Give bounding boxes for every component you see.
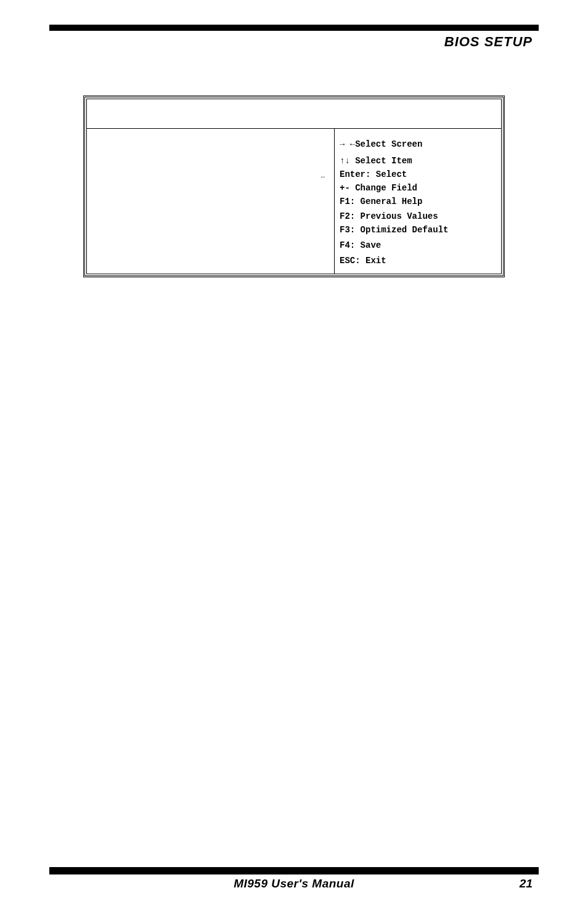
footer-bar <box>49 867 539 874</box>
help-f2: F2: Previous Values <box>340 211 496 222</box>
help-f3: F3: Optimized Default <box>340 224 496 236</box>
help-f1: F1: General Help <box>340 196 496 208</box>
help-f4: F4: Save <box>340 240 496 251</box>
bios-help-pane: → ←Select Screen ↑↓ Select Item Enter: S… <box>335 129 501 274</box>
header-bar <box>49 25 539 31</box>
help-enter: Enter: Select <box>340 169 496 181</box>
ellipsis-text: … <box>321 172 325 179</box>
help-select-item: ↑↓ Select Item <box>340 155 496 167</box>
footer-manual-title: MI959 User's Manual <box>234 877 354 890</box>
header-title: BIOS SETUP <box>444 34 533 50</box>
bios-panel: … → ←Select Screen ↑↓ Select Item Enter:… <box>83 96 505 277</box>
footer-text: MI959 User's Manual <box>0 877 588 891</box>
help-select-screen: → ←Select Screen <box>340 139 496 150</box>
bios-panel-inner: … → ←Select Screen ↑↓ Select Item Enter:… <box>86 99 502 274</box>
bios-body: … → ←Select Screen ↑↓ Select Item Enter:… <box>87 129 501 274</box>
bios-header-row <box>87 99 501 129</box>
footer-page-number: 21 <box>520 877 533 891</box>
bios-left-pane: … <box>87 129 335 274</box>
help-change-field: +- Change Field <box>340 182 496 194</box>
help-esc: ESC: Exit <box>340 255 496 267</box>
